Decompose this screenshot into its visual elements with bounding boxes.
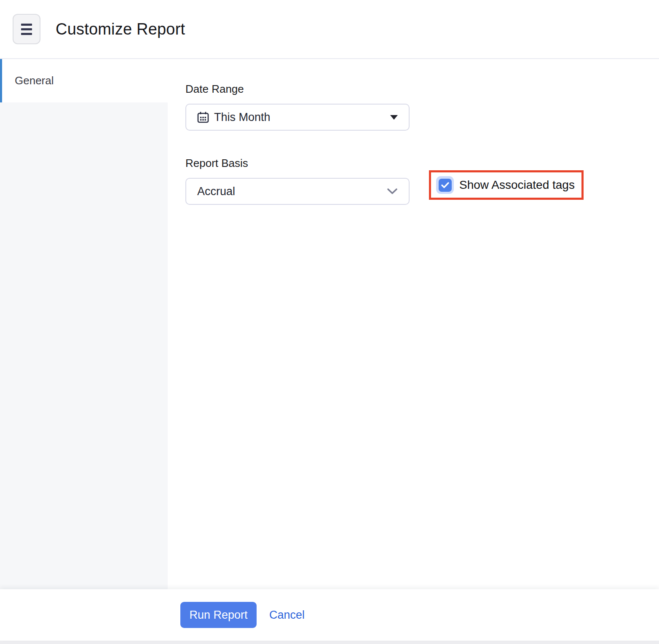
bottom-strip	[0, 641, 659, 644]
report-basis-value: Accrual	[197, 185, 235, 198]
calendar-icon	[197, 111, 209, 123]
report-basis-label: Report Basis	[185, 157, 659, 169]
main-panel: Date Range This Month	[168, 59, 659, 589]
date-range-value: This Month	[214, 111, 271, 124]
hamburger-icon	[21, 24, 32, 35]
check-icon	[441, 182, 449, 188]
report-basis-select[interactable]: Accrual	[185, 178, 410, 205]
show-associated-tags-checkbox[interactable]	[436, 176, 454, 194]
sidebar-item-general[interactable]: General	[0, 59, 168, 102]
sidebar: General	[0, 59, 168, 589]
run-report-button[interactable]: Run Report	[180, 602, 257, 628]
cancel-link[interactable]: Cancel	[269, 609, 305, 622]
show-associated-tags-option[interactable]: Show Associated tags	[436, 176, 575, 194]
chevron-down-icon	[387, 188, 398, 195]
header: Customize Report	[0, 0, 659, 59]
annotation-highlight: Show Associated tags	[429, 170, 584, 200]
footer: Run Report Cancel	[0, 589, 659, 641]
customize-report-dialog: Customize Report General Date Range	[0, 0, 659, 644]
sidebar-item-label: General	[15, 74, 54, 87]
date-range-label: Date Range	[185, 83, 659, 95]
menu-button[interactable]	[13, 14, 40, 44]
caret-down-icon	[390, 115, 398, 120]
show-associated-tags-label: Show Associated tags	[459, 178, 575, 192]
report-basis-field: Report Basis Accrual	[185, 157, 659, 205]
date-range-field: Date Range This Month	[185, 83, 659, 131]
page-title: Customize Report	[56, 20, 185, 38]
date-range-select[interactable]: This Month	[185, 104, 410, 131]
